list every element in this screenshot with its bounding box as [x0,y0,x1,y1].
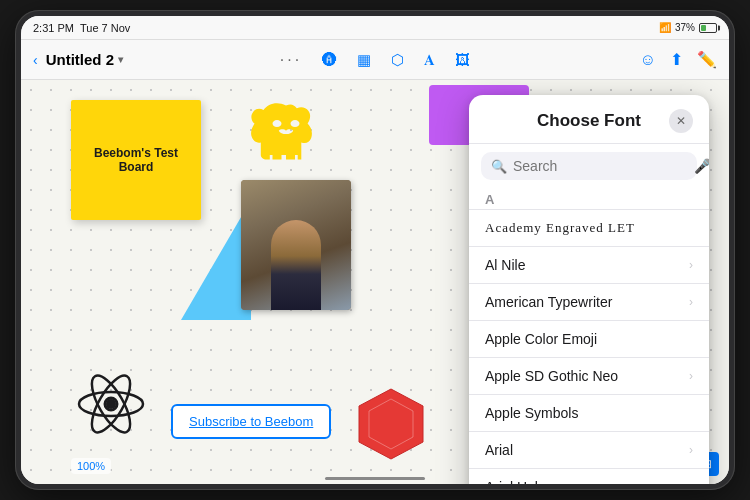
dots-menu[interactable]: ··· [280,51,302,69]
font-name-apple-color-emoji: Apple Color Emoji [485,331,597,347]
battery-percent: 37% [675,22,695,33]
text-tool-icon[interactable]: 𝐀 [424,51,435,69]
status-left: 2:31 PM Tue 7 Nov [33,22,130,34]
status-right: 📶 37% [659,22,717,33]
font-chooser-panel: Choose Font ✕ 🔍 🎤 A Academy Engraved LET [469,95,709,484]
font-item-chevron: › [689,369,693,383]
share-icon[interactable]: ⬆ [670,50,683,69]
atom-svg-icon [71,364,151,444]
home-indicator [325,477,425,480]
atom-element[interactable] [71,364,151,444]
zoom-percent-label: 100% [71,458,111,474]
font-item-arial[interactable]: Arial › [469,431,709,468]
font-name-academy: Academy Engraved LET [485,220,635,236]
photo-person-silhouette [271,220,321,310]
sticky-note-text: Beebom's Test Board [81,146,191,174]
font-item-apple-symbols[interactable]: Apple Symbols [469,394,709,431]
mic-icon[interactable]: 🎤 [694,158,709,174]
title-chevron-icon: ▾ [118,54,123,65]
font-name-arial-hebrew: Arial Hebrew [485,479,565,484]
image-tool-icon[interactable]: 🖼 [455,51,470,68]
font-item-al-nile[interactable]: Al Nile › [469,246,709,283]
photo-element[interactable] [241,180,351,310]
back-button[interactable]: ‹ [33,52,38,68]
font-name-apple-sd-gothic: Apple SD Gothic Neo [485,368,618,384]
font-panel-header: Choose Font ✕ [469,95,709,144]
font-panel-title: Choose Font [537,111,641,131]
date-display: Tue 7 Nov [80,22,130,34]
toolbar-right-icons: ☺ ⬆ ✏️ [640,50,717,69]
battery-icon [699,23,717,33]
font-name-apple-symbols: Apple Symbols [485,405,578,421]
close-font-panel-button[interactable]: ✕ [669,109,693,133]
toolbar: ‹ Untitled 2 ▾ ··· 🅐 ▦ ⬡ 𝐀 🖼 ☺ ⬆ ✏️ [21,40,729,80]
font-item-chevron: › [689,480,693,484]
toolbar-center-icons: ··· 🅐 ▦ ⬡ 𝐀 🖼 [280,51,470,69]
pencil-tool-icon[interactable]: 🅐 [322,51,337,68]
photo-inner [241,180,351,310]
svg-point-4 [106,399,116,409]
font-name-american-typewriter: American Typewriter [485,294,612,310]
font-name-al-nile: Al Nile [485,257,525,273]
font-item-chevron: › [689,295,693,309]
edit-icon[interactable]: ✏️ [697,50,717,69]
font-item-apple-sd-gothic[interactable]: Apple SD Gothic Neo › [469,357,709,394]
font-item-apple-color-emoji[interactable]: Apple Color Emoji [469,320,709,357]
lion-element[interactable] [241,95,331,175]
font-name-arial: Arial [485,442,513,458]
font-item-chevron: › [689,258,693,272]
battery-fill [701,25,706,31]
back-chevron-icon: ‹ [33,52,38,68]
canvas-area: Beebom's Test Board [21,80,729,484]
ipad-screen: 2:31 PM Tue 7 Nov 📶 37% ‹ Untitled 2 ▾ ·… [21,16,729,484]
font-item-american-typewriter[interactable]: American Typewriter › [469,283,709,320]
font-search-bar: 🔍 🎤 [481,152,697,180]
shape-tool-icon[interactable]: ⬡ [391,51,404,69]
lion-svg-icon [241,95,331,170]
font-list: Academy Engraved LET Al Nile › American … [469,209,709,484]
grid-tool-icon[interactable]: ▦ [357,51,371,69]
emoji-icon[interactable]: ☺ [640,51,656,69]
font-section-a: A [469,188,709,209]
status-bar: 2:31 PM Tue 7 Nov 📶 37% [21,16,729,40]
ipad-frame: 2:31 PM Tue 7 Nov 📶 37% ‹ Untitled 2 ▾ ·… [15,10,735,490]
doc-title-text: Untitled 2 [46,51,114,68]
font-item-academy[interactable]: Academy Engraved LET [469,209,709,246]
wifi-icon: 📶 [659,22,671,33]
search-icon: 🔍 [491,159,507,174]
font-item-chevron: › [689,443,693,457]
font-item-arial-hebrew[interactable]: Arial Hebrew › [469,468,709,484]
time-display: 2:31 PM [33,22,74,34]
subscribe-text: Subscribe to Beebom [189,414,313,429]
document-title[interactable]: Untitled 2 ▾ [46,51,123,68]
hexagon-svg-icon [351,384,431,464]
subscribe-button[interactable]: Subscribe to Beebom [171,404,331,439]
hexagon-element[interactable] [351,384,431,464]
font-search-input[interactable] [513,158,688,174]
zoom-value: 100% [77,460,105,472]
